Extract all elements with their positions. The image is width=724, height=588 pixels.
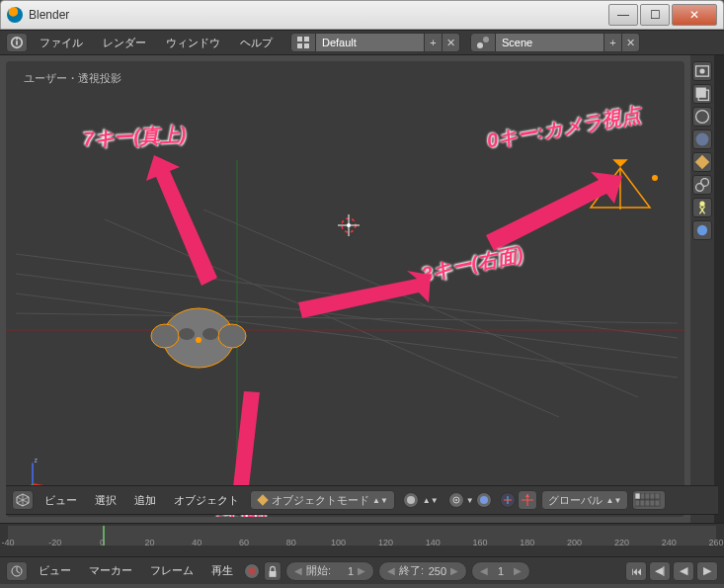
viewport-header: ビュー 選択 追加 オブジェクト オブジェクトモード ▲▼ ▲▼ ▼ グローバル… [6,485,718,515]
timeline-ruler[interactable]: -40-200204060801001201401601802002202402… [8,526,716,546]
menu-render[interactable]: レンダー [95,32,154,54]
svg-line-12 [16,313,678,323]
vp-menu-add[interactable]: 追加 [127,489,163,512]
timeline-tick: -20 [48,538,61,547]
pivot-icon[interactable] [448,492,464,508]
constraints-tab-icon[interactable] [692,175,712,195]
cursor-3d-icon [338,214,360,236]
svg-rect-4 [304,37,309,42]
timeline-tick: 140 [426,538,441,547]
svg-rect-65 [650,500,655,506]
scene-tab-icon[interactable] [692,107,712,126]
manipulator-translate-icon[interactable] [518,490,537,510]
timeline-tick: 180 [520,538,534,547]
camera-object[interactable] [591,160,658,210]
timeline-tick: 60 [239,538,249,547]
mode-selector[interactable]: オブジェクトモード ▲▼ [250,490,395,510]
svg-line-11 [16,294,678,378]
app-title: Blender [29,8,608,22]
render-tab-icon[interactable] [692,61,712,81]
frame-current-value: 1 [498,565,504,577]
svg-point-24 [151,324,179,348]
svg-point-49 [697,225,707,235]
world-tab-icon[interactable] [692,129,712,149]
minimize-button[interactable]: — [608,4,638,26]
right-border[interactable] [714,55,724,523]
timeline-tick: 40 [192,538,201,547]
prev-key-icon[interactable]: ◀| [649,561,671,581]
viewport-3d[interactable]: ユーザー・透視投影 [6,61,684,517]
scene-name[interactable]: Scene [496,33,604,52]
menu-help[interactable]: ヘルプ [232,32,281,54]
tl-menu-frame[interactable]: フレーム [143,559,201,582]
timeline-tick: 160 [472,538,487,547]
close-button[interactable]: ✕ [672,4,717,26]
manipulator-toggle-icon[interactable] [500,492,516,508]
layers-widget[interactable] [632,490,666,510]
timeline-tick: 200 [567,538,582,547]
timeline-tick: 100 [331,538,346,547]
svg-point-41 [696,111,709,124]
svg-point-51 [407,496,415,504]
data-tab-icon[interactable] [692,198,712,217]
auto-keyframe-icon[interactable] [244,563,260,579]
svg-text:z: z [35,458,38,463]
mode-label: オブジェクトモード [272,493,369,508]
maximize-button[interactable]: ☐ [640,4,670,26]
layers-tab-icon[interactable] [692,84,712,104]
scene-slot: Scene + ✕ [470,33,640,52]
timeline-tick: 240 [662,538,677,547]
timeline-header: ビュー マーカー フレーム 再生 ◀ 開始: 1 ▶ ◀ 終了: 250 ▶ ◀… [0,556,724,584]
svg-rect-1 [16,41,18,44]
mesh-object[interactable] [151,308,246,368]
editor-type-timeline-icon[interactable] [6,561,28,581]
editor-type-info-icon[interactable] [6,33,28,52]
timeline-tick: 0 [100,538,105,547]
menu-window[interactable]: ウィンドウ [158,32,228,54]
scene-delete-button[interactable]: ✕ [622,33,640,52]
svg-rect-59 [645,493,650,499]
screen-layout-delete-button[interactable]: ✕ [442,33,460,52]
frame-current-field[interactable]: ◀ 1 ▶ [471,561,530,581]
menu-file[interactable]: ファイル [32,32,91,54]
timeline-tick: 80 [286,538,296,547]
svg-point-26 [196,337,201,343]
timeline-tick: 20 [144,538,154,547]
vp-menu-select[interactable]: 選択 [88,489,123,512]
scene-add-button[interactable]: + [604,33,622,52]
vp-menu-view[interactable]: ビュー [38,489,84,512]
tl-menu-view[interactable]: ビュー [32,559,78,582]
jump-start-icon[interactable]: ⏮ [625,561,647,581]
manipulate-center-icon[interactable] [476,492,492,508]
transform-orientation[interactable]: グローバル ▲▼ [541,490,629,510]
svg-rect-64 [645,500,650,506]
keying-lock-icon[interactable] [264,561,282,581]
physics-tab-icon[interactable] [692,220,712,240]
svg-rect-5 [297,43,302,48]
svg-point-7 [477,42,483,48]
screen-layout-name[interactable]: Default [316,33,425,52]
vp-menu-object[interactable]: オブジェクト [167,489,246,512]
screen-layout-add-button[interactable]: + [425,33,442,52]
screen-layout-browse-icon[interactable] [290,33,316,52]
svg-line-14 [203,210,638,397]
viewport-canvas[interactable] [6,61,684,517]
svg-point-18 [347,223,351,227]
play-icon[interactable]: ▶ [696,561,718,581]
object-tab-icon[interactable] [692,152,712,172]
svg-rect-67 [635,493,640,499]
svg-rect-50 [257,494,268,505]
tl-menu-playback[interactable]: 再生 [204,559,240,582]
frame-end-label: 終了: [399,563,424,578]
svg-point-46 [699,202,704,207]
svg-line-9 [16,254,678,338]
tl-menu-marker[interactable]: マーカー [82,559,139,582]
shading-solid-icon[interactable] [403,492,419,508]
editor-type-3dview-icon[interactable] [12,490,34,510]
scene-browse-icon[interactable] [470,33,496,52]
play-reverse-icon[interactable]: ◀ [673,561,694,581]
frame-end-field[interactable]: ◀ 終了: 250 ▶ [378,561,467,581]
svg-point-42 [696,133,709,146]
svg-point-71 [249,567,256,574]
frame-start-field[interactable]: ◀ 開始: 1 ▶ [285,561,374,581]
